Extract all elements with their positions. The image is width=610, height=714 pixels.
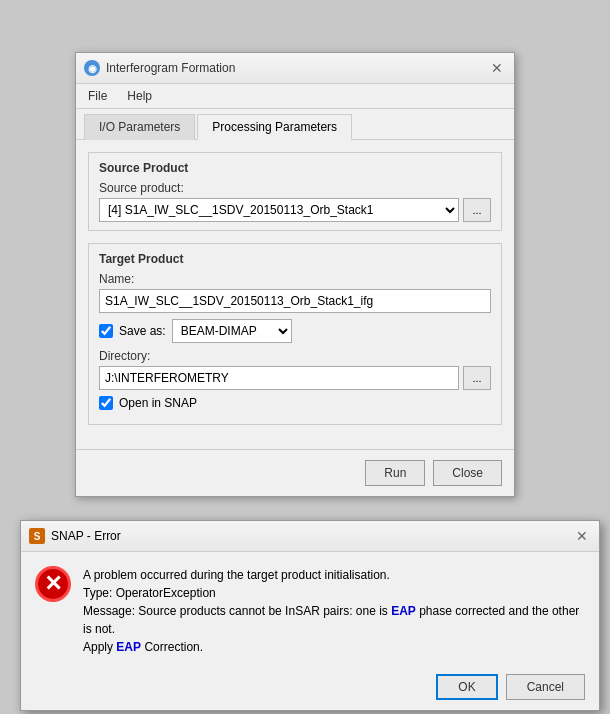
error-big-icon: ✕ — [35, 566, 71, 602]
menu-help[interactable]: Help — [119, 86, 160, 106]
svg-text:S: S — [34, 531, 41, 542]
snap-icon: S — [29, 528, 45, 544]
source-product-row: [4] S1A_IW_SLC__1SDV_20150113_Orb_Stack1… — [99, 198, 491, 222]
error-dialog: S SNAP - Error ✕ ✕ A problem occurred du… — [20, 520, 600, 711]
error-buttons: OK Cancel — [21, 666, 599, 710]
open-in-snap-row: Open in SNAP — [99, 396, 491, 410]
error-line-3: Message: Source products cannot be InSAR… — [83, 602, 585, 638]
cancel-button[interactable]: Cancel — [506, 674, 585, 700]
open-in-snap-label: Open in SNAP — [119, 396, 197, 410]
tab-bar: I/O Parameters Processing Parameters — [76, 109, 514, 140]
run-button[interactable]: Run — [365, 460, 425, 486]
directory-browse[interactable]: ... — [463, 366, 491, 390]
error-dialog-title: SNAP - Error — [51, 529, 121, 543]
target-product-section: Target Product Name: Save as: BEAM-DIMAP… — [88, 243, 502, 425]
main-dialog: ◉ Interferogram Formation ✕ File Help I/… — [75, 52, 515, 497]
source-product-browse[interactable]: ... — [463, 198, 491, 222]
save-as-label: Save as: — [119, 324, 166, 338]
error-text-area: A problem occurred during the target pro… — [83, 566, 585, 656]
main-close-button[interactable]: ✕ — [488, 59, 506, 77]
title-bar-left: ◉ Interferogram Formation — [84, 60, 235, 76]
save-as-format-select[interactable]: BEAM-DIMAP — [172, 319, 292, 343]
content-area: Source Product Source product: [4] S1A_I… — [76, 140, 514, 449]
source-product-section: Source Product Source product: [4] S1A_I… — [88, 152, 502, 231]
dialog-buttons: Run Close — [76, 449, 514, 496]
target-name-input[interactable] — [99, 289, 491, 313]
error-line-4: Apply EAP Correction. — [83, 638, 585, 656]
save-as-row: Save as: BEAM-DIMAP — [99, 319, 491, 343]
tab-processing-parameters[interactable]: Processing Parameters — [197, 114, 352, 140]
app-icon: ◉ — [84, 60, 100, 76]
target-name-label: Name: — [99, 272, 491, 286]
error-line-1: A problem occurred during the target pro… — [83, 566, 585, 584]
menu-bar: File Help — [76, 84, 514, 109]
error-title-bar: S SNAP - Error ✕ — [21, 521, 599, 552]
tab-io-parameters[interactable]: I/O Parameters — [84, 114, 195, 140]
target-product-title: Target Product — [99, 252, 491, 266]
target-name-row — [99, 289, 491, 313]
error-title-left: S SNAP - Error — [29, 528, 121, 544]
source-product-select[interactable]: [4] S1A_IW_SLC__1SDV_20150113_Orb_Stack1 — [99, 198, 459, 222]
eap-bold-2: EAP — [116, 640, 141, 654]
source-product-label: Source product: — [99, 181, 491, 195]
ok-button[interactable]: OK — [436, 674, 497, 700]
menu-file[interactable]: File — [80, 86, 115, 106]
directory-label: Directory: — [99, 349, 491, 363]
source-product-title: Source Product — [99, 161, 491, 175]
save-as-checkbox[interactable] — [99, 324, 113, 338]
eap-bold-1: EAP — [391, 604, 416, 618]
main-dialog-title: Interferogram Formation — [106, 61, 235, 75]
close-dialog-button[interactable]: Close — [433, 460, 502, 486]
error-close-button[interactable]: ✕ — [573, 527, 591, 545]
directory-input[interactable] — [99, 366, 459, 390]
directory-row: ... — [99, 366, 491, 390]
error-content: ✕ A problem occurred during the target p… — [21, 552, 599, 666]
open-in-snap-checkbox[interactable] — [99, 396, 113, 410]
main-title-bar: ◉ Interferogram Formation ✕ — [76, 53, 514, 84]
error-line-2: Type: OperatorException — [83, 584, 585, 602]
